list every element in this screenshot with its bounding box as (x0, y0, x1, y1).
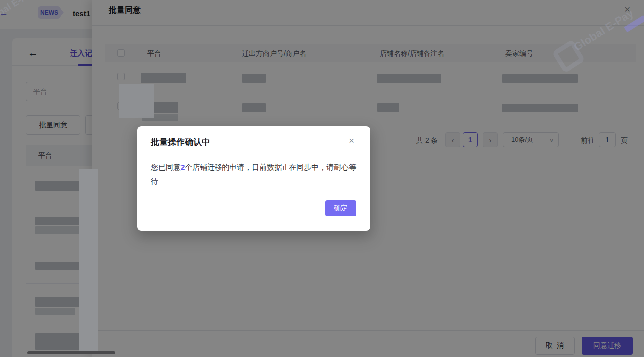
modal-message: 您已同意2个店铺迁移的申请，目前数据正在同步中，请耐心等待 (151, 160, 357, 188)
modal-close-icon[interactable]: × (349, 136, 354, 145)
screen: ← NEWS test1 ← 迁入记 批量同意 平台 批量同意 × 平台 迁出方… (0, 0, 644, 357)
batch-confirm-modal: 批量操作确认中 × 您已同意2个店铺迁移的申请，目前数据正在同步中，请耐心等待 … (137, 126, 370, 231)
message-prefix: 您已同意 (151, 163, 181, 171)
horizontal-scrollbar-thumb[interactable] (27, 351, 115, 354)
redaction-overlay (119, 84, 154, 118)
redaction-overlay (79, 169, 98, 352)
modal-title: 批量操作确认中 (151, 136, 210, 148)
modal-ok-button[interactable]: 确定 (325, 200, 356, 216)
